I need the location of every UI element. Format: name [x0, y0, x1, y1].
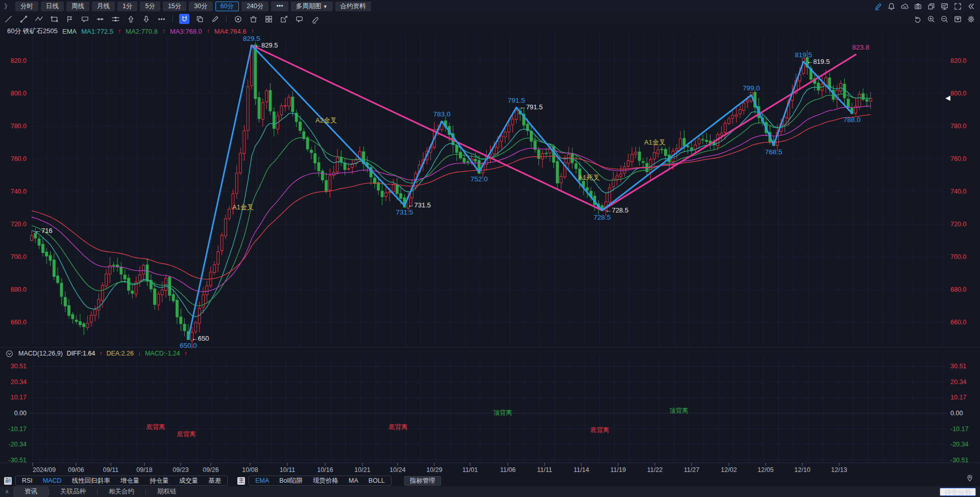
more-dots-icon[interactable]	[156, 14, 166, 24]
svg-text:A1死叉: A1死叉	[578, 174, 600, 181]
svg-text:10/24: 10/24	[389, 466, 405, 474]
measure-vertical-icon[interactable]	[110, 14, 120, 24]
visibility-target-icon[interactable]	[233, 14, 243, 24]
period-button[interactable]: 5分	[140, 2, 160, 11]
period-button[interactable]: 15分	[163, 2, 186, 11]
svg-text:10/21: 10/21	[354, 466, 370, 474]
period-button[interactable]: 60分	[215, 2, 239, 11]
save-view-icon[interactable]	[952, 14, 963, 24]
svg-text:顶背离: 顶背离	[493, 409, 512, 416]
multi-chart-monitor-icon[interactable]	[939, 2, 949, 12]
svg-text:680.0: 680.0	[11, 286, 27, 293]
period-button[interactable]: 日线	[41, 2, 64, 11]
indicator-tab[interactable]: 线性回归斜率	[67, 477, 115, 485]
indicator-manage-button[interactable]: 指标管理	[404, 476, 441, 486]
multi-period-button[interactable]: 多周期图▼	[291, 2, 333, 11]
svg-text:底背离: 底背离	[388, 423, 408, 431]
clone-copy-icon[interactable]	[194, 14, 205, 24]
undo-icon[interactable]	[913, 14, 923, 24]
bottom-tab[interactable]: 期权链	[146, 486, 188, 497]
svg-text:11/14: 11/14	[574, 466, 589, 474]
comment-chat-icon[interactable]	[294, 14, 304, 24]
svg-text:720.0: 720.0	[950, 221, 966, 228]
indicator-name[interactable]: EMA	[62, 28, 77, 35]
svg-text:12/05: 12/05	[757, 466, 773, 474]
zigzag-wave-icon[interactable]	[34, 14, 44, 24]
svg-text:←819.5: ←819.5	[806, 58, 830, 65]
delete-trash-icon[interactable]	[248, 14, 258, 24]
indicator-tab[interactable]: 增仓量	[115, 477, 145, 485]
indicator-tab[interactable]: MACD	[38, 477, 67, 484]
svg-text:-30.51: -30.51	[950, 457, 968, 464]
ma-value: MA4:764.6	[214, 28, 247, 35]
collapse-right-icon[interactable]	[966, 2, 976, 12]
zoom-in-icon[interactable]	[926, 14, 936, 24]
macd-trend-arrow: ↑	[184, 350, 187, 357]
macd-dea-value: DEA:2.26	[106, 350, 134, 357]
location-pin-icon[interactable]	[965, 473, 975, 483]
rectangle-shape-icon[interactable]	[49, 14, 59, 24]
collapse-up-icon[interactable]: ∧	[0, 488, 13, 495]
fullscreen-icon[interactable]	[952, 2, 963, 12]
layout-grid-icon[interactable]	[263, 14, 274, 24]
cloud-sync-icon[interactable]	[899, 2, 910, 12]
svg-text:12/10: 12/10	[794, 466, 810, 474]
compare-layers-icon[interactable]	[926, 2, 936, 12]
open-share-icon[interactable]	[279, 14, 289, 24]
period-button[interactable]: 1分	[117, 2, 137, 11]
svg-text:12/13: 12/13	[831, 466, 847, 474]
indicator-tab[interactable]: Boll陷阱	[274, 477, 308, 485]
indicator-tab[interactable]: BOLL	[363, 477, 390, 484]
contract-info-button[interactable]: 合约资料	[335, 2, 371, 11]
ray-segment-icon[interactable]	[18, 14, 29, 24]
measure-horizontal-icon[interactable]	[95, 14, 105, 24]
indicator-tab[interactable]: 现货价格	[308, 477, 344, 485]
bottom-tab[interactable]: 资讯	[13, 486, 48, 497]
magnet-icon[interactable]	[179, 14, 189, 24]
price-chart[interactable]: 650.0829.5731.5783.0752.0791.5728.5799.0…	[0, 25, 980, 475]
arrow-down-icon[interactable]	[141, 14, 151, 24]
period-button[interactable]: 30分	[189, 2, 212, 11]
ma-legend: MA1:772.5↑MA2:770.8↑MA3:768.0↑MA4:764.6↑	[81, 28, 254, 35]
flag-banner-icon[interactable]	[64, 14, 75, 24]
draw-edit-icon[interactable]	[873, 2, 883, 12]
svg-text:820.0: 820.0	[950, 57, 966, 64]
macd-collapse-icon[interactable]	[4, 348, 14, 359]
arrow-up-icon[interactable]	[126, 14, 136, 24]
expand-toolbar-icon[interactable]: 》	[4, 2, 11, 11]
svg-text:760.0: 760.0	[950, 155, 966, 162]
callout-bubble-icon[interactable]	[80, 14, 90, 24]
macd-title[interactable]: MACD(12,26,9)	[18, 350, 63, 357]
indicator-tab[interactable]: 持仓量	[144, 477, 174, 485]
indicator-tab[interactable]: 成交量	[174, 477, 204, 485]
ma-trend-arrow: ↑	[162, 28, 165, 35]
svg-text:780.0: 780.0	[11, 123, 27, 130]
indicator-tab[interactable]: MA	[344, 477, 363, 484]
snapshot-camera-icon[interactable]	[913, 2, 923, 12]
alert-bell-icon[interactable]	[886, 2, 896, 12]
svg-text:10.17: 10.17	[11, 394, 27, 401]
indicator-tab[interactable]: 基差	[203, 477, 226, 485]
period-button[interactable]: 周线	[66, 2, 89, 11]
attachment-clip-icon[interactable]	[309, 14, 320, 24]
bottom-tab[interactable]: 关联品种	[49, 486, 97, 497]
svg-text:10/29: 10/29	[426, 466, 442, 474]
zoom-out-icon[interactable]	[939, 14, 949, 24]
svg-text:660.0: 660.0	[950, 319, 966, 326]
period-button[interactable]: 240分	[241, 2, 268, 11]
period-button[interactable]: 月线	[92, 2, 115, 11]
svg-text:0.00: 0.00	[14, 410, 27, 417]
position-analysis-button[interactable]: 持仓分析	[940, 488, 976, 496]
indicator-tab[interactable]: EMA	[250, 477, 274, 484]
more-periods-button[interactable]: •••	[271, 2, 288, 11]
trend-line-icon[interactable]	[3, 14, 13, 24]
settings-gear-icon[interactable]	[966, 14, 976, 24]
svg-text:A1金叉: A1金叉	[644, 138, 666, 146]
bottom-tab[interactable]: 相关合约	[97, 486, 145, 497]
svg-text:-30.51: -30.51	[9, 457, 27, 464]
svg-text:底背离: 底背离	[146, 423, 165, 431]
sub-indicator-tabs: RSIMACD线性回归斜率增仓量持仓量成交量基差	[15, 476, 228, 486]
edit-pencil-icon[interactable]	[210, 14, 220, 24]
indicator-tab[interactable]: RSI	[17, 477, 38, 484]
period-button[interactable]: 分时	[15, 2, 38, 11]
